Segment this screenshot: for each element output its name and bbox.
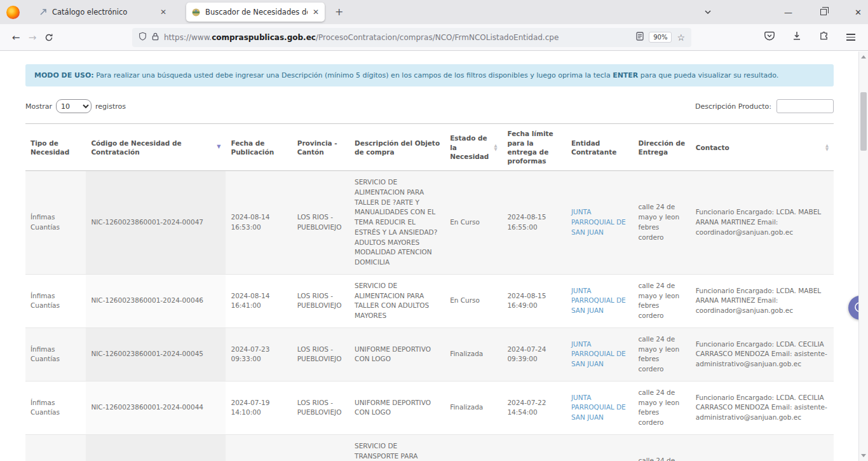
back-icon[interactable]: ← xyxy=(8,29,24,46)
cell-fecha-publicacion: 2024-08-14 16:41:00 xyxy=(226,274,292,327)
cell-estado: Finalizada xyxy=(445,381,502,434)
compraspublicas-favicon-icon xyxy=(192,8,200,17)
url-text[interactable]: https://www.compraspublicas.gob.ec/Proce… xyxy=(164,33,631,42)
lock-icon[interactable] xyxy=(152,31,159,43)
toolbar-icons xyxy=(764,31,855,43)
tab-title: Buscador de Necesidades de Co xyxy=(205,8,308,17)
cell-provincia-canton: LOS RIOS - PUEBLOVIEJO xyxy=(292,381,349,434)
downloads-icon[interactable] xyxy=(792,31,801,43)
list-all-tabs-chevron-icon[interactable] xyxy=(704,10,712,15)
cell-provincia-canton: LOS RIOS - PUEBLOVIEJO xyxy=(292,171,349,275)
catalogo-favicon-icon xyxy=(39,8,47,16)
cell-descripcion: UNIFORME DEPORTIVO CON LOGO xyxy=(349,327,445,381)
cell-tipo: Ínfimas Cuantías xyxy=(25,434,86,461)
close-button[interactable]: ✕ xyxy=(855,8,862,17)
tab-close-icon[interactable]: ✕ xyxy=(160,8,166,16)
tab-catalogo-electronico[interactable]: Catálogo electrónico ✕ xyxy=(34,3,172,22)
vertical-scrollbar[interactable] xyxy=(858,52,868,461)
url-bar[interactable]: https://www.compraspublicas.gob.ec/Proce… xyxy=(132,28,691,47)
cell-descripcion: UNIFORME DEPORTIVO CON LOGO xyxy=(349,381,445,434)
restore-button[interactable] xyxy=(820,9,827,15)
column-header-label: Entidad Contratante xyxy=(571,139,628,156)
cell-direccion: calle 24 de mayo y leon febres cordero xyxy=(633,327,690,381)
cell-fecha-limite: 2024-07-24 09:39:00 xyxy=(502,327,566,381)
tab-bar: Catálogo electrónico ✕ Buscador de Neces… xyxy=(0,0,868,24)
cell-provincia-canton: LOS RIOS - PUEBLOVIEJO xyxy=(292,327,349,381)
pocket-save-icon[interactable] xyxy=(764,31,775,43)
sort-desc-icon[interactable]: ▼ xyxy=(217,144,220,151)
cell-estado: En Curso xyxy=(445,171,502,275)
cell-estado: Finalizada xyxy=(445,327,502,381)
scroll-up-arrow-icon[interactable] xyxy=(861,55,866,58)
column-header: Fecha límite para la entrega de proforma… xyxy=(502,124,566,171)
show-entries-select[interactable]: 10 xyxy=(56,99,92,113)
sort-both-icon[interactable]: ▲▼ xyxy=(494,144,497,151)
tab-close-icon[interactable]: ✕ xyxy=(313,8,319,16)
navigation-bar: ← → https://www.compraspublicas.gob.ec/P… xyxy=(0,24,868,51)
column-header[interactable]: Estado de la Necesidad▲▼ xyxy=(445,124,502,171)
entity-link[interactable]: JUNTA PARROQUIAL DE SAN JUAN xyxy=(571,287,626,315)
usage-notice-banner: MODO DE USO: Para realizar una búsqueda … xyxy=(25,64,834,86)
entity-link[interactable]: JUNTA PARROQUIAL DE SAN JUAN xyxy=(571,208,626,236)
cell-fecha-publicacion: 2024-07-23 09:33:00 xyxy=(226,327,292,381)
cell-entidad: JUNTA PARROQUIAL DE SAN JUAN xyxy=(566,381,634,434)
entity-link[interactable]: JUNTA PARROQUIAL DE SAN JUAN xyxy=(571,340,626,368)
table-row: Ínfimas CuantíasNIC-1260023860001-2024-0… xyxy=(25,381,834,434)
sort-both-icon[interactable]: ▲▼ xyxy=(825,144,829,151)
browser-window: Catálogo electrónico ✕ Buscador de Neces… xyxy=(0,0,868,461)
show-entries-prefix-label: Mostrar xyxy=(25,102,52,111)
cell-codigo: NIC-1260023860001-2024-00046 xyxy=(86,274,226,327)
column-header: Descripción del Objeto de compra xyxy=(349,124,445,171)
table-row: Ínfimas CuantíasNIC-1260023860001-2024-0… xyxy=(25,171,834,275)
column-header-label: Provincia - Cantón xyxy=(297,139,344,156)
show-entries-suffix-label: registros xyxy=(95,102,126,111)
cell-descripcion: SERVICIO DE ALIMENTACION PARA TALLER DE … xyxy=(349,171,445,275)
cell-provincia-canton: LOS RIOS - PUEBLOVIEJO xyxy=(292,434,349,461)
tab-buscador-necesidades[interactable]: Buscador de Necesidades de Co ✕ xyxy=(186,3,325,22)
minimize-button[interactable]: — xyxy=(784,8,792,17)
extensions-puzzle-icon[interactable] xyxy=(819,31,829,43)
column-header[interactable]: Contacto▲▼ xyxy=(691,124,834,171)
scrollbar-thumb[interactable] xyxy=(860,92,867,151)
reload-icon[interactable] xyxy=(41,29,57,46)
cell-tipo: Ínfimas Cuantías xyxy=(25,274,86,327)
cell-fecha-limite: 2024-08-15 16:55:00 xyxy=(502,171,566,275)
product-description-input[interactable] xyxy=(776,99,834,113)
cell-tipo: Ínfimas Cuantías xyxy=(25,171,86,275)
reader-mode-icon[interactable] xyxy=(636,31,644,43)
shield-icon[interactable] xyxy=(139,31,147,43)
cell-direccion: calle 24 de mayo y leon febres cordero xyxy=(633,274,690,327)
cell-fecha-limite: 2024-07-17 11:10:00 xyxy=(502,434,566,461)
cell-estado: Finalizada xyxy=(445,434,502,461)
column-header: Entidad Contratante xyxy=(566,124,634,171)
cell-contacto: Funcionario Encargado: LCDA. MABEL ARANA… xyxy=(691,171,834,275)
table-row: Ínfimas CuantíasNIC-1260023860001-2024-0… xyxy=(25,274,834,327)
cell-provincia-canton: LOS RIOS - PUEBLOVIEJO xyxy=(292,274,349,327)
new-tab-button[interactable]: + xyxy=(335,7,343,17)
notice-enter-word: ENTER xyxy=(613,71,638,79)
cell-codigo: NIC-1260023860001-2024-00043 xyxy=(86,434,226,461)
column-header: Dirección de Entrega xyxy=(633,124,690,171)
column-header-label: Código de Necesidad de Contratación xyxy=(91,139,215,156)
cell-direccion: calle 24 de mayo y leon febres cordero xyxy=(633,434,690,461)
forward-icon[interactable]: → xyxy=(24,29,41,46)
column-header[interactable]: Código de Necesidad de Contratación▼ xyxy=(86,124,226,171)
cell-contacto: Funcionario Encargado: LCDA. CECILIA CAR… xyxy=(691,327,834,381)
menu-hamburger-icon[interactable] xyxy=(846,34,855,41)
cell-codigo: NIC-1260023860001-2024-00045 xyxy=(86,327,226,381)
column-header-label: Fecha límite para la entrega de proforma… xyxy=(507,129,560,165)
show-entries-control: Mostrar 10 registros xyxy=(25,99,126,113)
notice-label: MODO DE USO: xyxy=(34,71,94,79)
table-row: Ínfimas CuantíasNIC-1260023860001-2024-0… xyxy=(25,434,834,461)
table-row: Ínfimas CuantíasNIC-1260023860001-2024-0… xyxy=(25,327,834,381)
entity-link[interactable]: JUNTA PARROQUIAL DE SAN JUAN xyxy=(571,394,626,422)
cell-fecha-publicacion: 2024-08-14 16:53:00 xyxy=(226,171,292,275)
bookmark-star-icon[interactable]: ☆ xyxy=(677,32,685,43)
scroll-down-arrow-icon[interactable] xyxy=(861,454,866,457)
cell-entidad: JUNTA PARROQUIAL DE SAN JUAN xyxy=(566,274,634,327)
cell-contacto: Funcionario Encargado: LCDA. CECILIA CAR… xyxy=(691,381,834,434)
cell-descripcion: SERVICIO DE TRANSPORTE PARA MOVILIZAR A … xyxy=(349,434,445,461)
page-content: MODO DE USO: Para realizar una búsqueda … xyxy=(0,52,868,461)
zoom-level-badge[interactable]: 90% xyxy=(649,32,672,43)
column-header-label: Dirección de Entrega xyxy=(638,139,685,156)
